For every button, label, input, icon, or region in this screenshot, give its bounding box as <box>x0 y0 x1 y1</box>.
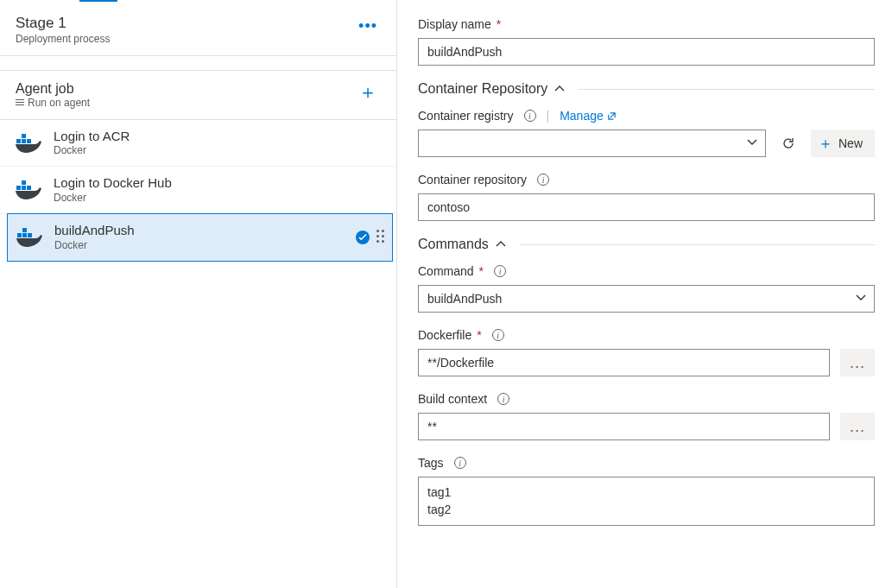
container-registry-label: Container registry i | Manage <box>418 109 875 123</box>
svg-rect-10 <box>28 233 32 237</box>
display-name-input[interactable] <box>418 38 875 66</box>
svg-rect-6 <box>27 186 31 190</box>
info-icon[interactable]: i <box>497 393 509 405</box>
container-repository-input[interactable] <box>418 193 875 221</box>
docker-icon <box>16 132 41 155</box>
chevron-up-icon <box>496 239 506 250</box>
build-context-label: Build context i <box>418 392 875 406</box>
svg-rect-11 <box>22 228 27 232</box>
svg-rect-9 <box>22 233 27 237</box>
container-registry-select[interactable] <box>418 130 766 157</box>
new-button[interactable]: ＋ New <box>811 130 875 157</box>
build-context-input[interactable] <box>418 413 830 440</box>
info-icon[interactable]: i <box>524 110 536 122</box>
refresh-icon <box>781 136 795 150</box>
svg-rect-1 <box>22 139 26 143</box>
left-panel: Stage 1 Deployment process ••• Agent job… <box>0 0 397 588</box>
stage-more-button[interactable]: ••• <box>353 14 383 39</box>
external-link-icon <box>607 111 617 121</box>
section-commands[interactable]: Commands <box>418 237 875 252</box>
task-name: Login to Docker Hub <box>54 175 383 192</box>
task-login-acr[interactable]: Login to ACR Docker <box>0 120 396 168</box>
check-icon <box>356 231 370 244</box>
info-icon[interactable]: i <box>454 457 466 469</box>
dockerfile-label: Dockerfile* i <box>418 328 875 342</box>
info-icon[interactable]: i <box>492 329 504 341</box>
add-task-button[interactable]: ＋ <box>353 81 383 104</box>
browse-dockerfile-button[interactable]: ... <box>840 349 875 376</box>
tags-textarea[interactable] <box>418 477 875 526</box>
task-build-and-push[interactable]: buildAndPush Docker <box>7 213 393 262</box>
docker-icon <box>16 226 42 249</box>
task-name: buildAndPush <box>54 223 344 239</box>
section-container-repository[interactable]: Container Repository <box>418 81 875 97</box>
container-repository-label: Container repository i <box>418 173 875 187</box>
agent-job-title: Agent job <box>16 81 90 97</box>
stage-header: Stage 1 Deployment process ••• <box>0 2 396 56</box>
dockerfile-input[interactable] <box>418 349 830 376</box>
drag-handle-icon[interactable] <box>376 230 383 245</box>
svg-rect-7 <box>22 180 26 185</box>
info-icon[interactable]: i <box>537 174 549 186</box>
manage-link[interactable]: Manage <box>560 109 617 123</box>
command-select[interactable] <box>418 285 875 313</box>
task-sub: Docker <box>54 144 383 157</box>
info-icon[interactable]: i <box>494 265 506 277</box>
task-list: Login to ACR Docker Login to Docker Hub … <box>0 120 396 262</box>
svg-rect-4 <box>16 186 21 190</box>
tab-indicator <box>0 0 396 2</box>
task-sub: Docker <box>54 192 383 205</box>
display-name-label: Display name* <box>418 17 875 31</box>
docker-icon <box>16 179 41 201</box>
agent-job-header[interactable]: Agent job Run on agent ＋ <box>0 70 396 120</box>
task-name: Login to ACR <box>54 129 383 145</box>
chevron-up-icon <box>554 84 565 94</box>
task-sub: Docker <box>54 239 344 252</box>
command-label: Command* i <box>418 264 875 278</box>
agent-icon <box>16 99 24 106</box>
tags-label: Tags i <box>418 456 875 470</box>
stage-subtitle: Deployment process <box>16 33 110 47</box>
refresh-button[interactable] <box>775 130 802 157</box>
details-panel: Display name* Container Repository Conta… <box>397 0 892 588</box>
task-login-dockerhub[interactable]: Login to Docker Hub Docker <box>0 167 396 214</box>
svg-rect-3 <box>22 134 26 138</box>
plus-icon: ＋ <box>818 137 833 149</box>
svg-rect-0 <box>16 139 21 143</box>
svg-rect-8 <box>17 233 22 237</box>
svg-rect-5 <box>22 186 26 190</box>
svg-rect-2 <box>27 139 31 143</box>
agent-job-subtitle: Run on agent <box>16 97 90 109</box>
browse-build-context-button[interactable]: ... <box>840 413 875 440</box>
stage-title: Stage 1 <box>16 14 110 33</box>
